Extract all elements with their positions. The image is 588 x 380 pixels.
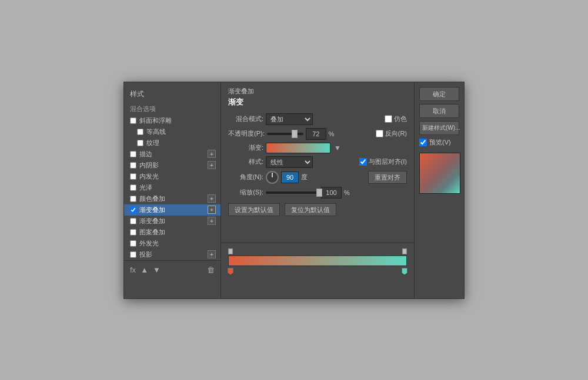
plus-渐变叠加[interactable]: + <box>208 206 216 214</box>
delete-icon[interactable]: 🗑 <box>206 264 216 275</box>
sidebar-item-渐变叠加-2[interactable]: 渐变叠加 + <box>124 216 220 227</box>
label-渐变叠加-active: 渐变叠加 <box>139 206 165 214</box>
simulate-pressure-row[interactable]: 仿色 <box>385 115 407 123</box>
preview-checkbox-label[interactable]: 预览(V) <box>419 138 459 147</box>
simulate-pressure-checkbox[interactable] <box>385 115 392 123</box>
move-up-icon[interactable]: ▲ <box>139 264 149 275</box>
angle-unit: 度 <box>301 173 308 181</box>
reverse-row[interactable]: 反向(R) <box>376 129 407 138</box>
move-down-icon[interactable]: ▼ <box>152 264 162 275</box>
checkbox-外发光[interactable] <box>130 240 136 247</box>
gradient-swatch[interactable] <box>266 143 330 153</box>
scale-input[interactable] <box>321 187 342 199</box>
checkbox-图案叠加[interactable] <box>130 229 136 236</box>
sidebar-item-颜色叠加[interactable]: 颜色叠加 + <box>124 193 220 204</box>
checkbox-纹理[interactable] <box>137 140 143 146</box>
blend-mode-label: 混合模式: <box>228 115 263 123</box>
gradient-dropdown-icon[interactable]: ▼ <box>334 144 341 152</box>
checkbox-内阴影[interactable] <box>130 162 136 169</box>
gradient-editor <box>221 243 414 298</box>
angle-input[interactable] <box>281 171 299 183</box>
opacity-unit: % <box>329 130 335 137</box>
color-stop-left[interactable] <box>228 268 233 275</box>
label-投影: 投影 <box>139 250 152 259</box>
angle-label: 角度(N): <box>228 173 263 181</box>
align-layer-checkbox[interactable] <box>359 158 367 166</box>
blend-mode-row: 混合模式: 叠加 正常 溶解 仿色 <box>228 113 407 125</box>
form-content: 混合模式: 叠加 正常 溶解 仿色 不透明度(P): <box>221 111 414 243</box>
label-描边: 描边 <box>139 150 152 159</box>
label-内发光: 内发光 <box>139 172 159 181</box>
opacity-input[interactable] <box>306 128 326 140</box>
gradient-preview-bar[interactable] <box>228 255 407 266</box>
panel-section-subheader: 渐变 <box>221 97 414 111</box>
angle-dial[interactable] <box>266 171 279 184</box>
scale-slider[interactable] <box>266 189 319 197</box>
angle-needle <box>272 173 273 177</box>
style-select[interactable]: 线性 径向 角度 <box>266 156 313 168</box>
checkbox-描边[interactable] <box>130 151 136 157</box>
cancel-button[interactable]: 取消 <box>419 104 459 118</box>
fx-icon[interactable]: fx <box>129 264 137 275</box>
sidebar-item-描边[interactable]: 描边 + <box>124 149 220 160</box>
checkbox-渐变叠加[interactable] <box>130 207 136 213</box>
set-default-btn[interactable]: 设置为默认值 <box>228 203 280 216</box>
preview-checkbox[interactable] <box>419 139 427 146</box>
opacity-stop-left[interactable] <box>228 248 233 254</box>
opacity-stop-right[interactable] <box>402 248 407 254</box>
plus-内阴影[interactable]: + <box>208 161 216 169</box>
bottom-toolbar: fx ▲ ▼ 🗑 <box>124 260 220 279</box>
scale-label: 缩放(S): <box>228 188 263 197</box>
plus-渐变叠加-2[interactable]: + <box>208 217 216 225</box>
checkbox-光泽[interactable] <box>130 184 136 191</box>
checkbox-颜色叠加[interactable] <box>130 196 136 202</box>
sidebar-item-内阴影[interactable]: 内阴影 + <box>124 160 220 171</box>
opacity-slider[interactable] <box>267 130 303 138</box>
sidebar-item-渐变叠加-active[interactable]: 渐变叠加 + <box>124 204 220 216</box>
gradient-label: 渐变: <box>228 143 263 152</box>
plus-投影[interactable]: + <box>208 250 216 258</box>
plus-描边[interactable]: + <box>208 150 216 158</box>
checkbox-等高线[interactable] <box>137 129 143 135</box>
buttons-panel: 确定 取消 新建样式(W)... 预览(V) <box>414 82 464 298</box>
gradient-row: 渐变: ▼ <box>228 143 407 153</box>
sidebar-item-纹理[interactable]: 纹理 <box>124 137 220 149</box>
action-buttons-row: 设置为默认值 复位为默认值 <box>228 203 407 216</box>
label-内阴影: 内阴影 <box>139 161 159 170</box>
sidebar-item-投影[interactable]: 投影 + <box>124 249 220 260</box>
align-layer-row[interactable]: 与图层对齐(I) <box>359 157 407 166</box>
panel-section-header: 渐变叠加 <box>221 82 414 97</box>
section-label: 混合选项 <box>124 103 220 115</box>
style-label: 样式: <box>228 157 263 166</box>
reverse-label: 反向(R) <box>385 129 407 138</box>
reset-default-btn[interactable]: 复位为默认值 <box>285 203 336 216</box>
sidebar-item-内发光[interactable]: 内发光 <box>124 171 220 182</box>
sidebar-item-斜面和浮雕[interactable]: 斜面和浮雕 <box>124 115 220 126</box>
sidebar-item-图案叠加[interactable]: 图案叠加 <box>124 227 220 238</box>
blend-mode-select[interactable]: 叠加 正常 溶解 <box>266 113 313 125</box>
reverse-checkbox[interactable] <box>376 130 383 137</box>
plus-颜色叠加[interactable]: + <box>208 194 216 203</box>
confirm-button[interactable]: 确定 <box>419 87 459 101</box>
label-斜面和浮雕: 斜面和浮雕 <box>139 116 172 125</box>
new-style-button[interactable]: 新建样式(W)... <box>419 121 459 135</box>
align-layer-label: 与图层对齐(I) <box>369 157 407 166</box>
simulate-pressure-label: 仿色 <box>394 115 407 123</box>
label-纹理: 纹理 <box>146 139 159 147</box>
sidebar-item-等高线[interactable]: 等高线 <box>124 126 220 137</box>
label-渐变叠加-2: 渐变叠加 <box>139 217 165 226</box>
checkbox-内发光[interactable] <box>130 173 136 180</box>
label-等高线: 等高线 <box>146 127 166 136</box>
preview-label: 预览(V) <box>429 138 451 147</box>
scale-row: 缩放(S): % <box>228 187 407 199</box>
checkbox-渐变叠加-2[interactable] <box>130 218 136 224</box>
opacity-label: 不透明度(P): <box>228 129 265 138</box>
checkbox-投影[interactable] <box>130 251 136 258</box>
label-颜色叠加: 颜色叠加 <box>139 194 165 203</box>
checkbox-斜面和浮雕[interactable] <box>130 117 136 124</box>
opacity-row: 不透明度(P): % 反向(R) <box>228 128 407 140</box>
sidebar-item-外发光[interactable]: 外发光 <box>124 238 220 249</box>
sidebar-item-光泽[interactable]: 光泽 <box>124 182 220 193</box>
color-stop-right[interactable] <box>402 268 407 275</box>
reset-align-btn[interactable]: 重置对齐 <box>368 171 407 184</box>
